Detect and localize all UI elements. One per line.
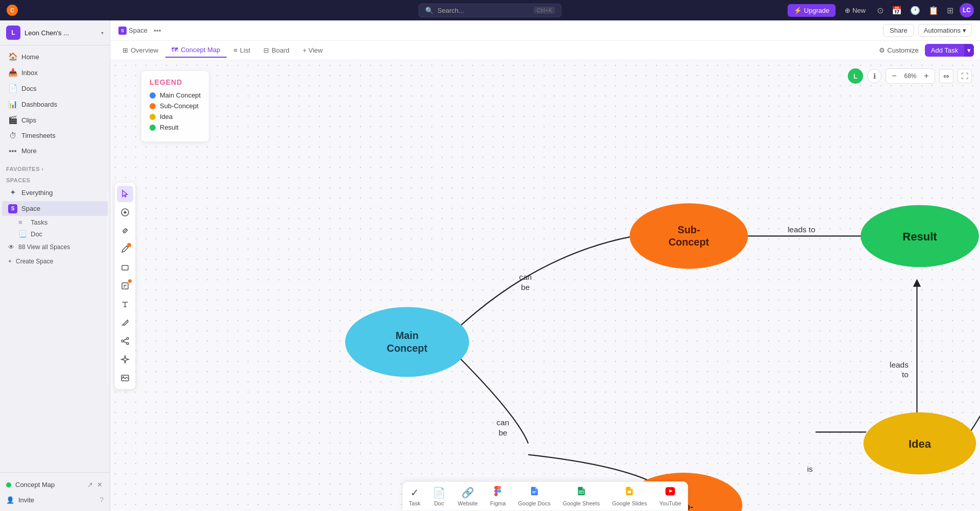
fullscreen-btn[interactable]: ⛶: [958, 69, 972, 83]
toolbar-rect-btn[interactable]: [117, 259, 133, 276]
add-task-dropdown-button[interactable]: ▾: [964, 44, 974, 57]
edge-label-can-be-2b: be: [499, 428, 507, 437]
concept-map-tab-icon: 🗺: [172, 46, 178, 54]
customize-button[interactable]: ⚙ Customize: [874, 44, 923, 57]
board-label: Board: [272, 46, 289, 54]
result-label: Result: [902, 230, 937, 243]
tab-concept-map[interactable]: 🗺 Concept Map: [165, 43, 226, 58]
fit-to-screen-btn[interactable]: ⇔: [939, 69, 953, 83]
search-shortcut: Ctrl+K: [534, 7, 555, 14]
invite-icon: 👤: [6, 496, 14, 504]
tab-overview[interactable]: ⊞ Overview: [116, 43, 164, 57]
canvas-avatar[interactable]: L: [848, 68, 863, 84]
space-more-btn[interactable]: •••: [82, 204, 93, 213]
toolbar-link-btn[interactable]: [117, 223, 133, 239]
bottom-tool-task[interactable]: ✓ Task: [409, 486, 421, 506]
sidebar-item-docs[interactable]: 📄 Docs: [2, 81, 108, 96]
view-all-icon: 👁: [8, 244, 14, 251]
user-avatar[interactable]: LC: [960, 3, 974, 17]
sidebar-concept-map[interactable]: Concept Map ↗ ✕: [0, 477, 110, 493]
doc-label: Doc: [434, 500, 444, 506]
sidebar-user[interactable]: L Leon Chen's ... ▾: [0, 20, 110, 45]
legend-item-idea: Idea: [150, 113, 201, 120]
space-options-btn[interactable]: •••: [152, 26, 163, 36]
youtube-label: YouTube: [659, 500, 681, 506]
figma-label: Figma: [490, 500, 506, 506]
concept-map-close-btn[interactable]: ✕: [96, 480, 104, 490]
automations-button[interactable]: Automations ▾: [918, 24, 972, 37]
invite-label: Invite: [18, 496, 34, 504]
sidebar-create-space[interactable]: + Create Space: [2, 255, 108, 268]
bottom-tool-google-slides[interactable]: Google Slides: [612, 486, 647, 506]
tab-board[interactable]: ⊟ Board: [257, 43, 296, 57]
bottom-tool-doc[interactable]: 📄 Doc: [433, 486, 446, 506]
sidebar-invite[interactable]: 👤 Invite ?: [0, 493, 110, 507]
sidebar-item-timesheets[interactable]: ⏱ Timesheets: [2, 128, 108, 143]
zoom-out-btn[interactable]: −: [888, 70, 900, 82]
toolbar-note-btn[interactable]: [117, 278, 133, 294]
svg-rect-10: [628, 491, 631, 493]
sidebar-item-dashboards[interactable]: 📊 Dashboards: [2, 96, 108, 112]
sidebar-item-inbox[interactable]: 📥 Inbox: [2, 65, 108, 80]
clock-button[interactable]: 🕐: [908, 4, 922, 17]
list-icon: ≡: [234, 46, 238, 54]
bottom-tool-google-docs[interactable]: Google Docs: [518, 486, 551, 506]
breadcrumb: S Space: [118, 27, 148, 35]
view-tabs: ⊞ Overview 🗺 Concept Map ≡ List ⊟ Board …: [110, 41, 980, 60]
toolbar-text-btn[interactable]: [117, 296, 133, 312]
grid-button[interactable]: ⊞: [945, 4, 955, 17]
toolbar-image-btn[interactable]: [117, 370, 133, 386]
sidebar-view-all-spaces[interactable]: 👁 88 View all Spaces: [2, 240, 108, 254]
bottom-tool-website[interactable]: 🔗 Website: [458, 486, 478, 506]
sidebar-item-space[interactable]: S Space ••• +: [2, 201, 108, 216]
concept-map-external-btn[interactable]: ↗: [86, 480, 94, 490]
toolbar-pen-btn[interactable]: [117, 241, 133, 257]
legend-dot-idea: [150, 114, 156, 120]
space-icon: S: [8, 204, 17, 213]
calendar-button[interactable]: 📅: [890, 4, 904, 17]
tab-add-view[interactable]: + View: [297, 43, 329, 57]
search-bar[interactable]: 🔍 Search... Ctrl+K: [419, 4, 561, 17]
topbar-left: C: [6, 4, 18, 16]
google-sheets-icon: [576, 486, 586, 499]
canvas-info-btn[interactable]: ℹ: [867, 69, 881, 83]
toolbar-select-btn[interactable]: [117, 186, 133, 202]
notifications-button[interactable]: ⊙: [875, 4, 886, 17]
docs-button[interactable]: 📋: [926, 4, 941, 17]
sidebar-item-more[interactable]: ••• More: [2, 143, 108, 158]
upgrade-button[interactable]: ⚡ Upgrade: [788, 4, 836, 17]
toolbar-ai-btn[interactable]: [117, 204, 133, 221]
tab-list[interactable]: ≡ List: [228, 43, 257, 57]
spaces-label: Spaces: [0, 173, 110, 184]
sidebar-bottom: Concept Map ↗ ✕ 👤 Invite ?: [0, 472, 110, 511]
sidebar-item-tasks[interactable]: ≡ Tasks: [0, 216, 110, 228]
favorites-label: Favorites ›: [0, 162, 110, 173]
inbox-label: Inbox: [21, 69, 38, 77]
toolbar-sparkle-btn[interactable]: [117, 351, 133, 368]
bottom-tool-youtube[interactable]: YouTube: [659, 486, 681, 506]
sidebar-item-doc[interactable]: 📃 Doc: [0, 228, 110, 240]
svg-point-6: [121, 340, 124, 342]
invite-help-icon: ?: [100, 496, 104, 504]
new-button[interactable]: ⊕ New: [840, 4, 871, 17]
sidebar-item-clips[interactable]: 🎬 Clips: [2, 112, 108, 128]
home-label: Home: [21, 53, 39, 61]
add-task-button[interactable]: Add Task: [925, 44, 964, 57]
sidebar-item-home[interactable]: 🏠 Home: [2, 49, 108, 64]
bottom-tool-google-sheets[interactable]: Google Sheets: [562, 486, 600, 506]
sidebar-item-everything[interactable]: ✦ Everything: [2, 185, 108, 200]
share-button[interactable]: Share: [883, 24, 914, 37]
toolbar-eraser-btn[interactable]: [117, 314, 133, 331]
space-add-btn[interactable]: +: [93, 204, 102, 213]
edge-label-can-be-1b: be: [521, 283, 530, 291]
zoom-in-btn[interactable]: +: [920, 70, 933, 82]
topbar: C 🔍 Search... Ctrl+K ⚡ Upgrade ⊕ New ⊙ 📅…: [0, 0, 980, 20]
task-icon: ✓: [410, 486, 419, 499]
legend-item-main-concept: Main Concept: [150, 91, 201, 99]
add-view-label: + View: [303, 46, 323, 54]
create-space-label: Create Space: [16, 258, 53, 265]
bottom-tool-figma[interactable]: Figma: [490, 486, 506, 506]
concept-map-canvas[interactable]: can be can be leads to leads to: [110, 60, 980, 511]
toolbar-share-btn[interactable]: [117, 333, 133, 349]
clips-icon: 🎬: [8, 115, 17, 125]
